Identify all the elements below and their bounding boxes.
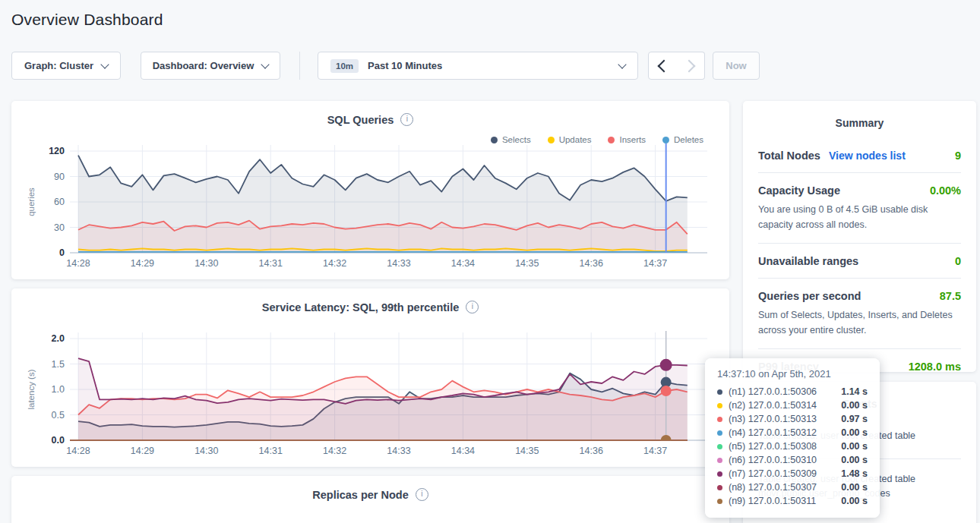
chart-series	[78, 156, 688, 253]
summary-row-capacity-usage: Capacity Usage 0.00% You are using 0 B o…	[758, 172, 961, 243]
svg-text:14:37: 14:37	[643, 446, 667, 456]
tooltip-node-label: (n3) 127.0.0.1:50313	[729, 414, 835, 424]
tooltip-node-value: 0.00 s	[841, 400, 868, 411]
legend-item-inserts[interactable]: Inserts	[608, 135, 646, 144]
graph-dropdown[interactable]: Graph: Cluster	[11, 52, 121, 80]
tooltip-node-row: (n5) 127.0.0.1:503080.00 s	[717, 440, 868, 453]
tooltip-node-value: 0.00 s	[841, 441, 868, 452]
graph-dropdown-label: Graph: Cluster	[24, 60, 93, 71]
svg-text:90: 90	[54, 172, 65, 182]
svg-text:14:29: 14:29	[131, 446, 154, 456]
dashboard-dropdown[interactable]: Dashboard: Overview	[141, 52, 280, 80]
dashboard-dropdown-label: Dashboard: Overview	[153, 60, 254, 71]
tooltip-node-label: (n6) 127.0.0.1:50310	[729, 455, 835, 465]
tooltip-timestamp: 14:37:10 on Apr 5th, 2021	[717, 368, 868, 380]
svg-text:14:34: 14:34	[451, 446, 475, 456]
summary-value: 87.5	[940, 290, 961, 302]
tooltip-node-row: (n3) 127.0.0.1:503130.97 s	[717, 412, 868, 426]
hover-point-dot	[661, 386, 672, 396]
tooltip-node-label: (n1) 127.0.0.1:50306	[729, 386, 835, 397]
svg-text:14:31: 14:31	[259, 258, 283, 269]
svg-text:14:30: 14:30	[194, 446, 218, 456]
time-next-button[interactable]	[676, 52, 705, 80]
tooltip-node-value: 1.48 s	[841, 468, 868, 479]
svg-text:60: 60	[54, 197, 65, 207]
tooltip-node-value: 0.00 s	[841, 496, 868, 506]
svg-text:14:28: 14:28	[66, 258, 90, 269]
time-range-label: Past 10 Minutes	[368, 60, 442, 71]
tooltip-node-row: (n6) 127.0.0.1:503100.00 s	[717, 453, 868, 467]
now-button-label: Now	[726, 60, 746, 71]
service-latency-panel: 0.00.51.01.52.014:2814:2914:3014:3114:32…	[11, 288, 729, 467]
svg-text:0: 0	[59, 247, 65, 258]
legend-item-selects[interactable]: Selects	[491, 135, 531, 144]
summary-row-queries-per-second: Queries per second 87.5 Sum of Selects, …	[758, 278, 961, 348]
info-icon[interactable]: i	[416, 488, 428, 501]
toolbar-divider	[299, 52, 300, 80]
chart-title-text: Replicas per Node	[312, 489, 409, 501]
chart-title-text: SQL Queries	[327, 114, 394, 126]
legend-item-deletes[interactable]: Deletes	[662, 135, 703, 144]
svg-text:14:33: 14:33	[387, 258, 410, 269]
time-range-selector[interactable]: 10m Past 10 Minutes	[318, 52, 638, 80]
y-axis-title: queries	[27, 187, 36, 216]
svg-text:30: 30	[54, 222, 65, 233]
svg-text:14:32: 14:32	[323, 258, 346, 269]
service-latency-chart[interactable]: 0.00.51.01.52.014:2814:2914:3014:3114:32…	[11, 288, 729, 467]
tooltip-node-label: (n8) 127.0.0.1:50307	[729, 482, 835, 493]
chart-series	[70, 358, 688, 440]
svg-text:0.5: 0.5	[52, 410, 65, 421]
chevron-right-icon	[682, 59, 695, 72]
series-color-dot	[717, 458, 722, 463]
info-icon[interactable]: i	[400, 113, 413, 126]
y-axis-title: latency (s)	[27, 369, 36, 409]
summary-value: 0	[955, 255, 961, 267]
summary-description: You are using 0 B of 4.5 GiB usable disk…	[758, 202, 961, 232]
tooltip-node-row: (n9) 127.0.0.1:503110.00 s	[717, 494, 868, 508]
now-button[interactable]: Now	[713, 52, 760, 80]
svg-text:14:29: 14:29	[131, 258, 154, 269]
series-color-dot	[717, 485, 722, 490]
chevron-down-icon	[618, 60, 626, 68]
series-color-dot	[717, 499, 722, 504]
chart-title-text: Service Latency: SQL, 99th percentile	[262, 301, 460, 313]
replicas-per-node-panel: Replicas per Node i	[11, 476, 729, 523]
svg-text:14:33: 14:33	[387, 446, 410, 456]
series-color-dot	[717, 403, 722, 408]
tooltip-node-row: (n4) 127.0.0.1:503120.00 s	[717, 426, 868, 440]
legend-color-dot	[548, 137, 555, 143]
summary-value: 0.00%	[930, 184, 961, 197]
legend-item-updates[interactable]: Updates	[548, 135, 592, 144]
tooltip-node-label: (n4) 127.0.0.1:50312	[729, 427, 835, 438]
svg-text:14:37: 14:37	[643, 258, 667, 269]
svg-text:1.0: 1.0	[52, 384, 65, 395]
sql-queries-title: SQL Queries i	[11, 113, 729, 126]
tooltip-node-value: 0.97 s	[841, 414, 868, 424]
svg-text:14:36: 14:36	[580, 258, 603, 269]
svg-text:14:36: 14:36	[580, 446, 603, 456]
chevron-down-icon	[261, 60, 270, 68]
legend-label: Updates	[559, 135, 592, 144]
sql-queries-chart[interactable]: 030609012014:2814:2914:3014:3114:3214:33…	[11, 101, 729, 279]
time-prev-button[interactable]	[648, 52, 677, 80]
hover-point-dot	[660, 359, 672, 371]
tooltip-node-label: (n2) 127.0.0.1:50314	[729, 400, 835, 411]
series-color-dot	[717, 430, 722, 436]
svg-text:14:35: 14:35	[515, 258, 539, 269]
legend-color-dot	[608, 137, 615, 143]
svg-text:120: 120	[49, 146, 65, 156]
summary-label: Total Nodes	[758, 150, 820, 162]
info-icon[interactable]: i	[466, 301, 479, 313]
legend-color-dot	[491, 137, 498, 143]
tooltip-node-value: 0.00 s	[841, 455, 868, 465]
series-color-dot	[717, 444, 722, 449]
tooltip-node-value: 0.00 s	[841, 482, 868, 493]
svg-text:14:30: 14:30	[194, 258, 218, 269]
summary-row-unavailable-ranges: Unavailable ranges 0	[758, 243, 961, 278]
replicas-per-node-title: Replicas per Node i	[11, 488, 729, 501]
hover-point-dot	[661, 435, 672, 446]
view-nodes-list-link[interactable]: View nodes list	[829, 150, 906, 162]
chevron-left-icon	[658, 59, 671, 72]
legend-label: Deletes	[674, 135, 703, 144]
svg-text:14:28: 14:28	[66, 446, 90, 456]
